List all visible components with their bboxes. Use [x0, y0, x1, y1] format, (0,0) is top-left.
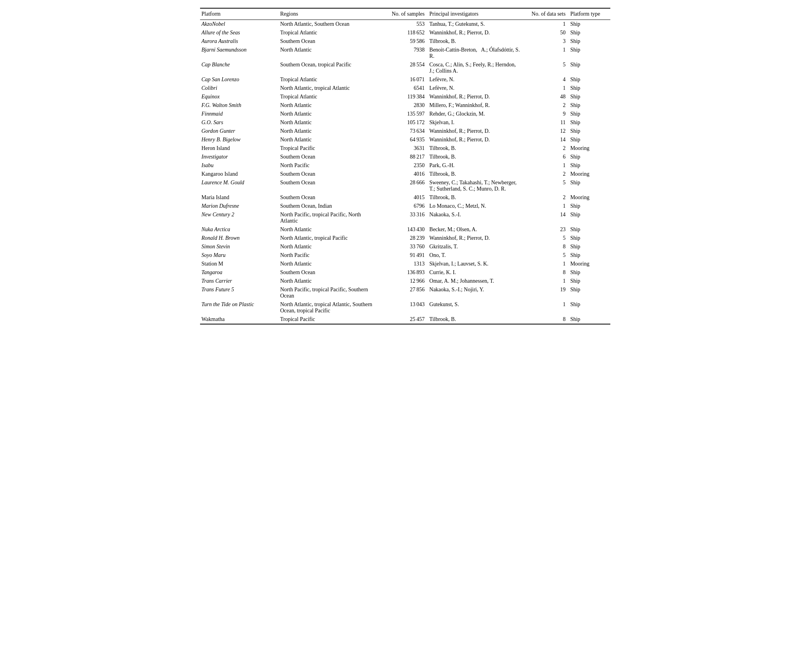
table-row: IsabuNorth Pacific2350Park, G.-H.1Ship — [200, 161, 610, 170]
cell-datasets: 1 — [523, 260, 569, 268]
cell-datasets: 1 — [523, 20, 569, 29]
cell-platform: Allure of the Seas — [200, 29, 279, 37]
cell-regions: Tropical Atlantic — [279, 93, 378, 101]
cell-pi: Rehder, G.; Glockzin, M. — [428, 110, 523, 118]
cell-type: Ship — [569, 29, 610, 37]
cell-pi: Ono, T. — [428, 251, 523, 260]
table-row: Henry B. BigelowNorth Atlantic64 935Wann… — [200, 135, 610, 144]
cell-platform: Equinox — [200, 93, 279, 101]
cell-pi: Skjelvan, I. — [428, 118, 523, 127]
cell-datasets: 5 — [523, 251, 569, 260]
cell-platform: Trans Carrier — [200, 277, 279, 285]
cell-platform: Aurora Australis — [200, 37, 279, 46]
cell-pi: Gutekunst, S. — [428, 300, 523, 315]
cell-samples: 2350 — [378, 161, 428, 170]
cell-pi: Lefèvre, N. — [428, 84, 523, 93]
cell-datasets: 50 — [523, 29, 569, 37]
cell-type: Ship — [569, 61, 610, 75]
header-samples: No. of samples — [378, 8, 428, 20]
cell-datasets: 1 — [523, 202, 569, 210]
cell-platform: AkzoNobel — [200, 20, 279, 29]
cell-type: Ship — [569, 202, 610, 210]
cell-type: Ship — [569, 300, 610, 315]
cell-platform: Bjarni Saemundsson — [200, 46, 279, 61]
cell-pi: Tilbrook, B. — [428, 144, 523, 153]
table-row: G.O. SarsNorth Atlantic105 172Skjelvan, … — [200, 118, 610, 127]
cell-type: Ship — [569, 127, 610, 135]
cell-type: Ship — [569, 268, 610, 277]
cell-datasets: 1 — [523, 300, 569, 315]
cell-platform: Isabu — [200, 161, 279, 170]
cell-samples: 25 457 — [378, 315, 428, 324]
cell-pi: Tilbrook, B. — [428, 37, 523, 46]
cell-type: Ship — [569, 75, 610, 84]
cell-samples: 118 652 — [378, 29, 428, 37]
cell-regions: North Atlantic — [279, 46, 378, 61]
cell-pi: Lefèvre, N. — [428, 75, 523, 84]
cell-platform: Maria Island — [200, 193, 279, 202]
cell-datasets: 14 — [523, 210, 569, 225]
cell-pi: Benoit-Cattin-Breton, A.; Ólafsdóttir, S… — [428, 46, 523, 61]
table-row: Kangaroo IslandSouthern Ocean4016Tilbroo… — [200, 170, 610, 178]
cell-samples: 73 634 — [378, 127, 428, 135]
cell-regions: Southern Ocean — [279, 268, 378, 277]
cell-regions: North Atlantic — [279, 277, 378, 285]
cell-pi: Becker, M.; Olsen, A. — [428, 225, 523, 234]
cell-pi: Nakaoka, S.-I. — [428, 210, 523, 225]
cell-type: Ship — [569, 285, 610, 300]
cell-samples: 105 172 — [378, 118, 428, 127]
cell-samples: 28 239 — [378, 234, 428, 242]
cell-type: Ship — [569, 315, 610, 324]
table-row: New Century 2North Pacific, tropical Pac… — [200, 210, 610, 225]
cell-samples: 88 217 — [378, 153, 428, 161]
cell-pi: Omar, A. M.; Johannessen, T. — [428, 277, 523, 285]
cell-platform: Soyo Maru — [200, 251, 279, 260]
cell-platform: Henry B. Bigelow — [200, 135, 279, 144]
cell-datasets: 4 — [523, 75, 569, 84]
cell-datasets: 5 — [523, 61, 569, 75]
cell-datasets: 14 — [523, 135, 569, 144]
cell-type: Ship — [569, 242, 610, 251]
cell-datasets: 2 — [523, 170, 569, 178]
header-datasets: No. of data sets — [523, 8, 569, 20]
header-platform: Platform — [200, 8, 279, 20]
table-row: TangaroaSouthern Ocean136 893Currie, K. … — [200, 268, 610, 277]
cell-type: Ship — [569, 20, 610, 29]
cell-pi: Tanhua, T.; Gutekunst, S. — [428, 20, 523, 29]
cell-type: Ship — [569, 161, 610, 170]
cell-platform: Kangaroo Island — [200, 170, 279, 178]
cell-type: Ship — [569, 277, 610, 285]
cell-regions: North Atlantic, tropical Atlantic — [279, 84, 378, 93]
cell-pi: Tilbrook, B. — [428, 315, 523, 324]
cell-samples: 27 856 — [378, 285, 428, 300]
cell-datasets: 1 — [523, 46, 569, 61]
table-row: Simon StevinNorth Atlantic33 760Gkritzal… — [200, 242, 610, 251]
cell-regions: North Pacific — [279, 161, 378, 170]
cell-regions: North Atlantic, tropical Pacific — [279, 234, 378, 242]
cell-regions: North Atlantic — [279, 225, 378, 234]
cell-datasets: 19 — [523, 285, 569, 300]
table-row: FinnmaidNorth Atlantic135 597Rehder, G.;… — [200, 110, 610, 118]
cell-platform: Finnmaid — [200, 110, 279, 118]
cell-datasets: 48 — [523, 93, 569, 101]
table-row: Cap BlancheSouthern Ocean, tropical Paci… — [200, 61, 610, 75]
cell-pi: Park, G.-H. — [428, 161, 523, 170]
cell-pi: Wanninkhof, R.; Pierrot, D. — [428, 93, 523, 101]
table-row: Trans Future 5North Pacific, tropical Pa… — [200, 285, 610, 300]
table-container: Platform Regions No. of samples Principa… — [200, 8, 610, 324]
cell-platform: Simon Stevin — [200, 242, 279, 251]
cell-pi: Tilbrook, B. — [428, 193, 523, 202]
cell-regions: Southern Ocean, tropical Pacific — [279, 61, 378, 75]
cell-datasets: 5 — [523, 234, 569, 242]
cell-platform: Gordon Gunter — [200, 127, 279, 135]
cell-samples: 59 586 — [378, 37, 428, 46]
table-row: Ronald H. BrownNorth Atlantic, tropical … — [200, 234, 610, 242]
table-row: WakmathaTropical Pacific25 457Tilbrook, … — [200, 315, 610, 324]
cell-samples: 135 597 — [378, 110, 428, 118]
cell-samples: 136 893 — [378, 268, 428, 277]
table-row: Turn the Tide on PlasticNorth Atlantic, … — [200, 300, 610, 315]
cell-samples: 33 760 — [378, 242, 428, 251]
cell-datasets: 1 — [523, 161, 569, 170]
cell-pi: Wanninkhof, R.; Pierrot, D. — [428, 135, 523, 144]
cell-type: Ship — [569, 118, 610, 127]
